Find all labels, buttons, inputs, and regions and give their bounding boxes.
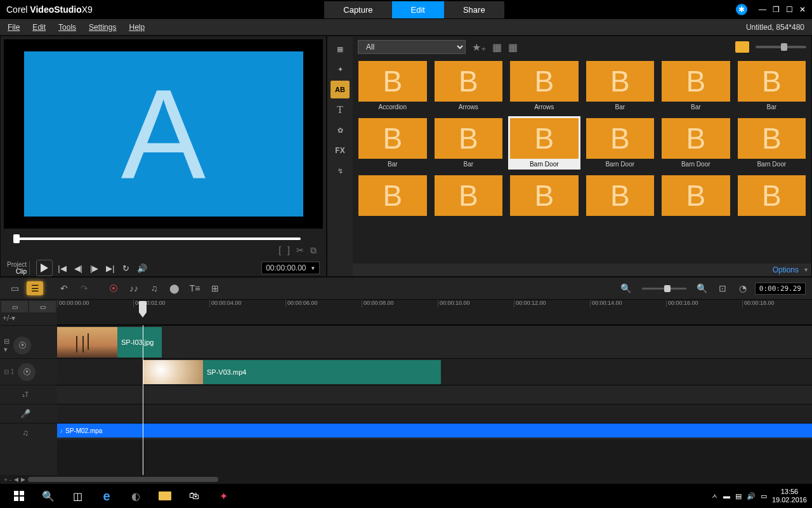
library-item[interactable]: B <box>433 173 505 220</box>
tab-share[interactable]: Share <box>444 1 504 18</box>
library-item[interactable]: B <box>584 173 657 220</box>
libcat-graphic-icon[interactable]: ✿ <box>331 121 350 139</box>
library-options-toggle[interactable]: Options <box>353 264 811 276</box>
track-motion-button[interactable]: ⬤ <box>166 281 183 295</box>
library-item[interactable]: B <box>357 173 429 220</box>
video-track-1-header[interactable]: ⊟▾ ⦿ <box>0 325 57 358</box>
mode-project-label[interactable]: Project <box>7 261 27 268</box>
task-view-button[interactable]: ◫ <box>63 485 91 507</box>
search-button[interactable]: 🔍 <box>34 485 62 507</box>
library-item[interactable]: BBar <box>660 59 732 112</box>
file-explorer-icon[interactable] <box>151 485 179 507</box>
mark-in-icon[interactable]: [ <box>278 245 281 256</box>
store-icon[interactable]: 🛍 <box>180 485 208 507</box>
tab-edit[interactable]: Edit <box>392 1 444 18</box>
library-item[interactable]: B <box>736 173 808 220</box>
trackview-btn2[interactable]: ▭ <box>29 301 56 312</box>
lib-tool1-icon[interactable]: ▦ <box>492 41 502 53</box>
videostudio-taskbar-icon[interactable]: ✦ <box>209 485 237 507</box>
auto-music-button[interactable]: ♫ <box>146 281 162 295</box>
library-item[interactable]: BBarn Door <box>508 116 580 170</box>
go-end-button[interactable]: ▶| <box>103 264 117 273</box>
multicam-button[interactable]: ⊞ <box>207 281 223 295</box>
thumb-size-handle[interactable] <box>781 43 787 51</box>
taskbar-clock[interactable]: 13:56 19.02.2016 <box>772 488 807 504</box>
library-item[interactable]: BArrows <box>508 59 580 112</box>
zoom-handle[interactable] <box>664 285 671 292</box>
menu-help[interactable]: Help <box>129 23 145 32</box>
redo-button[interactable]: ↷ <box>76 281 93 295</box>
scroll-thumb[interactable] <box>28 477 218 482</box>
play-button[interactable] <box>36 260 53 276</box>
libcat-path-icon[interactable]: ↯ <box>331 162 350 180</box>
add-track-button[interactable]: +/-▾ <box>0 314 57 325</box>
zoom-slider[interactable] <box>642 288 686 290</box>
overlay-track-1-header[interactable]: ⊟ 1 ⦿ <box>0 358 57 385</box>
timeline-view-button[interactable]: ☰ <box>27 281 43 295</box>
tray-volume-icon[interactable]: 🔊 <box>747 492 756 500</box>
volume-button[interactable]: 🔊 <box>134 264 150 273</box>
menu-edit[interactable]: Edit <box>32 23 46 32</box>
record-button[interactable]: ⦿ <box>105 281 122 295</box>
prev-frame-button[interactable]: ◀| <box>72 264 85 273</box>
menu-file[interactable]: File <box>8 23 20 32</box>
library-item[interactable]: BBarn Door <box>584 116 657 170</box>
go-start-button[interactable]: |◀ <box>55 264 69 273</box>
zoom-out-button[interactable]: 🔍 <box>618 281 634 295</box>
library-item[interactable]: BAccordion <box>357 59 429 112</box>
repeat-button[interactable]: ↻ <box>120 264 132 273</box>
preview-timecode[interactable]: 00:00:00.00 ▾ <box>261 262 320 274</box>
playhead[interactable] <box>143 325 143 475</box>
library-item[interactable]: B <box>660 173 732 220</box>
steam-icon[interactable]: ◐ <box>122 485 150 507</box>
library-item[interactable]: BBar <box>584 59 657 112</box>
title-track-header[interactable]: ₁T <box>0 385 57 404</box>
edge-browser-icon[interactable]: e <box>93 485 121 507</box>
library-item[interactable]: BBar <box>736 59 808 112</box>
clip-audio[interactable]: ♪ SP-M02.mpa <box>57 424 812 438</box>
libcat-transitions-icon[interactable]: AB <box>331 81 350 98</box>
restore-button[interactable]: ❐ <box>773 5 780 14</box>
tab-capture[interactable]: Capture <box>324 1 391 18</box>
trackview-btn1[interactable]: ▭ <box>1 301 28 312</box>
library-filter-dropdown[interactable]: All <box>358 40 466 54</box>
scroll-right-button[interactable]: ▶ <box>21 476 25 483</box>
start-button[interactable] <box>5 485 33 507</box>
thumbnail-view-button[interactable] <box>735 41 749 53</box>
storyboard-view-button[interactable]: ▭ <box>6 281 23 295</box>
add-favorite-icon[interactable]: ★₊ <box>472 41 486 53</box>
snapshot-icon[interactable]: ⧉ <box>310 245 317 256</box>
playhead-handle[interactable] <box>139 301 147 312</box>
time-ruler[interactable]: 00:00:00.0000:00:02.0000:00:04.0000:00:0… <box>57 300 812 325</box>
scroll-left-button[interactable]: ◀ <box>14 476 18 483</box>
tray-chevron-icon[interactable]: ㅅ <box>711 491 718 501</box>
voice-track-header[interactable]: 🎤 <box>0 404 57 423</box>
libcat-media-icon[interactable]: ▦ <box>331 40 350 58</box>
tray-battery-icon[interactable]: ▬ <box>723 492 730 500</box>
next-frame-button[interactable]: |▶ <box>88 264 101 273</box>
preview-viewport[interactable]: A <box>4 39 323 229</box>
library-item[interactable]: BBarn Door <box>660 116 732 170</box>
undo-button[interactable]: ↶ <box>56 281 72 295</box>
minimize-button[interactable]: — <box>759 5 766 14</box>
library-item[interactable]: BBarn Door <box>736 116 808 170</box>
library-item[interactable]: BBar <box>357 116 429 170</box>
fit-project-button[interactable]: ⊡ <box>714 281 731 295</box>
menu-settings[interactable]: Settings <box>89 23 116 32</box>
maximize-button[interactable]: ☐ <box>786 5 793 14</box>
zoom-in-button[interactable]: 🔍 <box>694 281 710 295</box>
thumbnail-size-slider[interactable] <box>756 46 806 48</box>
lib-tool2-icon[interactable]: ▦ <box>508 41 518 53</box>
clip-video2[interactable]: ▶🔊 SP-V03.mp4 <box>143 360 441 384</box>
timeline-scrollbar[interactable]: + - ◀ ▶ <box>0 475 812 484</box>
help-icon[interactable]: ✱ <box>736 4 747 15</box>
library-item[interactable]: BBar <box>433 116 505 170</box>
library-item[interactable]: BArrows <box>433 59 505 112</box>
libcat-title-icon[interactable]: T <box>331 101 350 119</box>
audio-mixer-button[interactable]: ♪♪ <box>126 281 142 295</box>
music-track-header[interactable]: ♫ <box>0 423 57 442</box>
mark-out-icon[interactable]: ] <box>287 245 290 256</box>
scrub-handle[interactable] <box>13 234 20 243</box>
libcat-filter-icon[interactable]: FX <box>331 142 350 159</box>
close-button[interactable]: ✕ <box>799 5 806 14</box>
